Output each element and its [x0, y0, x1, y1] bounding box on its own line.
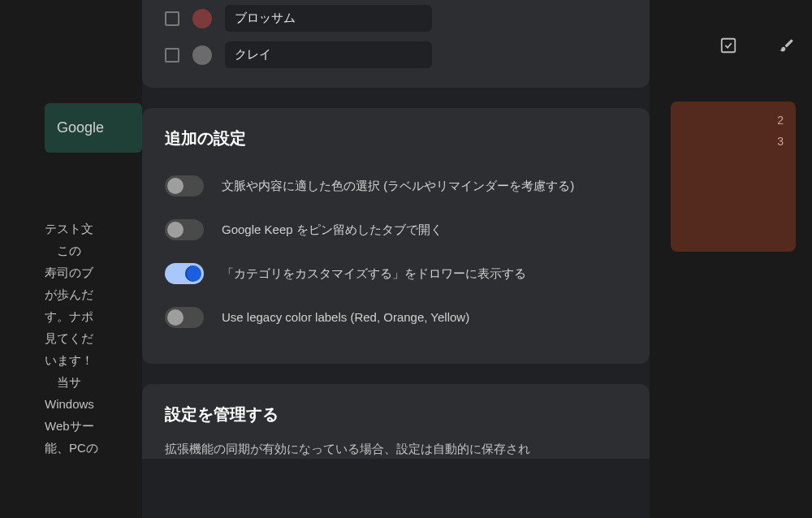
brush-icon[interactable]: [778, 37, 796, 54]
color-swatch-clay: [192, 45, 212, 65]
toggle-label-context-color: 文脈や内容に適した色の選択 (ラベルやリマインダーを考慮する): [222, 175, 574, 196]
additional-settings-title: 追加の設定: [142, 124, 650, 164]
color-row-blossom: [142, 0, 650, 37]
bg-right-num-2: 3: [683, 135, 784, 148]
toggle-pinned-tab[interactable]: [165, 219, 204, 240]
manage-settings-subtitle: 拡張機能の同期が有効になっている場合、設定は自動的に保存され: [142, 440, 650, 459]
color-checkbox-blossom[interactable]: [165, 11, 179, 26]
bg-card-google-text: Google: [57, 119, 104, 136]
bg-right-card: 2 3: [671, 101, 796, 252]
color-swatch-blossom: [192, 9, 212, 28]
toggle-row-pinned-tab: Google Keep をピン留めしたタブで開く: [142, 208, 650, 252]
color-name-input-blossom[interactable]: [225, 5, 432, 32]
background-left-column: Google テスト文 この 寿司のブ が歩んだ す。ナポ 見てくだ います！ …: [45, 103, 142, 459]
toggle-label-customize-category: 「カテゴリをカスタマイズする」をドロワーに表示する: [222, 263, 526, 283]
toggle-row-legacy-colors: Use legacy color labels (Red, Orange, Ye…: [142, 296, 650, 339]
settings-panel: 追加の設定 文脈や内容に適した色の選択 (ラベルやリマインダーを考慮する) Go…: [142, 0, 650, 518]
toggle-legacy-colors[interactable]: [165, 307, 204, 328]
bg-text-card: テスト文 この 寿司のブ が歩んだ す。ナポ 見てくだ います！ 当サ Wind…: [45, 218, 142, 459]
checkbox-outline-icon[interactable]: [719, 37, 737, 54]
bg-card-google: Google: [45, 103, 142, 153]
manage-settings-section: 設定を管理する 拡張機能の同期が有効になっている場合、設定は自動的に保存され: [142, 384, 650, 459]
toggle-context-color[interactable]: [165, 175, 204, 196]
toggle-label-legacy-colors: Use legacy color labels (Red, Orange, Ye…: [222, 307, 469, 327]
additional-settings-section: 追加の設定 文脈や内容に適した色の選択 (ラベルやリマインダーを考慮する) Go…: [142, 108, 650, 364]
bg-right-num-1: 2: [683, 114, 784, 127]
toggle-label-pinned-tab: Google Keep をピン留めしたタブで開く: [222, 219, 443, 240]
color-options-section: [142, 0, 650, 88]
svg-rect-0: [722, 39, 736, 53]
toggle-row-customize-category: 「カテゴリをカスタマイズする」をドロワーに表示する: [142, 252, 650, 296]
manage-settings-title: 設定を管理する: [142, 400, 650, 440]
toggle-row-context-color: 文脈や内容に適した色の選択 (ラベルやリマインダーを考慮する): [142, 164, 650, 208]
toggle-customize-category[interactable]: [165, 263, 204, 284]
toolbar-icons: [719, 37, 796, 54]
color-checkbox-clay[interactable]: [165, 48, 179, 63]
color-name-input-clay[interactable]: [225, 41, 432, 68]
color-row-clay: [142, 37, 650, 73]
